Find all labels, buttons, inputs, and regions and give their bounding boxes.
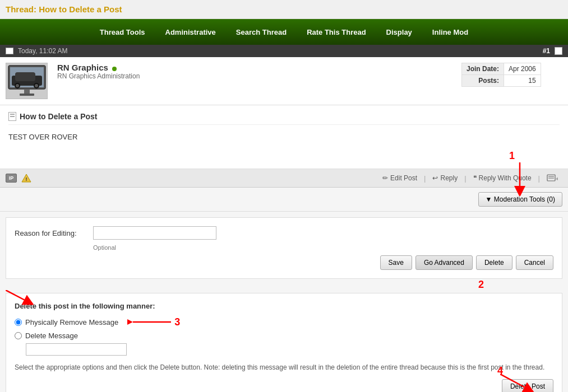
svg-rect-3 xyxy=(15,72,35,81)
post-title-line: How to Delete a Post xyxy=(8,112,560,125)
post-body: TEST OVER ROVER xyxy=(8,129,560,144)
quote-icon: ❝ xyxy=(473,174,477,182)
svg-rect-9 xyxy=(20,94,34,96)
post-number: #1 xyxy=(543,47,550,55)
page-title-prefix: Thread: xyxy=(6,4,36,14)
post-meta-left: Today, 11:02 AM xyxy=(6,47,68,55)
page-wrapper: Thread: How to Delete a Post Thread Tool… xyxy=(0,0,568,392)
separator-2: | xyxy=(464,174,466,183)
post-title: How to Delete a Post xyxy=(20,112,97,121)
delete-note-input[interactable] xyxy=(26,343,127,356)
nav-thread-tools[interactable]: Thread Tools xyxy=(90,20,155,44)
reason-label: Reason for Editing: xyxy=(15,226,87,237)
doc-icon xyxy=(6,48,13,54)
separator-3: | xyxy=(538,174,540,183)
author-avatar-area xyxy=(6,63,50,99)
reason-for-editing-row: Reason for Editing: xyxy=(15,226,553,240)
post-checkbox[interactable] xyxy=(555,47,562,55)
svg-point-7 xyxy=(35,84,38,87)
join-date-value: Apr 2006 xyxy=(504,63,541,75)
svg-rect-8 xyxy=(24,89,30,94)
separator-1: | xyxy=(424,174,426,183)
post-actions-right: ✏ Edit Post | ↩ Reply | ❝ Reply With Quo… xyxy=(378,172,562,184)
go-advanced-button[interactable]: Go Advanced xyxy=(415,255,473,270)
posts-label: Posts: xyxy=(462,75,504,87)
edit-icon: ✏ xyxy=(382,174,388,182)
delete-warning: Select the appropriate options and then … xyxy=(15,362,553,372)
post-actions-bar: IP ! ✏ Edit Post | ↩ Reply | ❝ Reply Wit… xyxy=(0,169,568,188)
annotation-3-area: 3 xyxy=(127,316,180,328)
nav-inline-mod[interactable]: Inline Mod xyxy=(422,20,478,44)
post-title-doc-icon xyxy=(8,112,16,121)
radio-physical-label[interactable]: Physically Remove Message xyxy=(25,318,118,326)
svg-text:+: + xyxy=(556,176,558,182)
annotation-2: 2 xyxy=(478,279,484,291)
svg-text:!: ! xyxy=(26,176,27,182)
radio-soft-row: Delete Message xyxy=(15,332,553,340)
delete-section-title: Delete this post in the following manner… xyxy=(15,302,553,310)
nav-display[interactable]: Display xyxy=(376,20,422,44)
post-meta-bar: Today, 11:02 AM #1 xyxy=(0,45,568,57)
reply-icon: ↩ xyxy=(432,174,438,182)
annotation-2-area: 2 xyxy=(0,279,568,291)
delete-post-btn-row: 4 Delete Post xyxy=(15,379,553,392)
warn-icon[interactable]: ! xyxy=(21,174,31,183)
avatar xyxy=(6,63,48,99)
edit-form-buttons: Save Go Advanced Delete Cancel xyxy=(15,255,553,270)
reason-input[interactable] xyxy=(93,226,216,240)
join-date-label: Join Date: xyxy=(462,63,504,75)
annotation-3: 3 xyxy=(174,316,180,328)
post-actions-left: IP ! xyxy=(6,174,31,183)
online-indicator xyxy=(112,67,117,71)
svg-line-17 xyxy=(6,290,29,302)
nav-administrative[interactable]: Administrative xyxy=(155,20,226,44)
annotation-4-area: 4 xyxy=(497,365,503,377)
annotation-1-area: 1 xyxy=(8,150,560,162)
post-content: How to Delete a Post TEST OVER ROVER 1 xyxy=(0,105,568,169)
cancel-button[interactable]: Cancel xyxy=(516,255,553,270)
delete-section: Delete this post in the following manner… xyxy=(6,293,562,392)
posts-value: 15 xyxy=(504,75,541,87)
author-stats: Join Date: Apr 2006 Posts: 15 xyxy=(461,63,562,99)
radio-soft-label[interactable]: Delete Message xyxy=(25,332,78,340)
radio-physical-row: Physically Remove Message 3 xyxy=(15,316,553,328)
author-info: RN Graphics RN Graphics Administration xyxy=(57,63,455,99)
ip-icon[interactable]: IP xyxy=(6,174,17,183)
author-name: RN Graphics xyxy=(57,63,455,72)
page-title-bar: Thread: How to Delete a Post xyxy=(0,0,568,19)
nav-bar: Thread Tools Administrative Search Threa… xyxy=(0,19,568,45)
page-title-main: How to Delete a Post xyxy=(39,4,122,14)
edit-post-link[interactable]: ✏ Edit Post xyxy=(378,172,422,184)
svg-point-5 xyxy=(16,84,19,87)
annotation-1: 1 xyxy=(509,150,515,162)
radio-physical[interactable] xyxy=(15,319,22,326)
save-button[interactable]: Save xyxy=(380,255,412,270)
radio-soft[interactable] xyxy=(15,332,22,339)
mod-tools-bar: ▼ Moderation Tools (0) xyxy=(0,188,568,212)
edit-form: Reason for Editing: Optional Save Go Adv… xyxy=(6,217,562,279)
optional-label: Optional xyxy=(93,244,553,251)
nav-search-thread[interactable]: Search Thread xyxy=(226,20,297,44)
post-timestamp: Today, 11:02 AM xyxy=(18,47,68,55)
delete-button[interactable]: Delete xyxy=(476,255,512,270)
nav-rate-thread[interactable]: Rate This Thread xyxy=(297,20,376,44)
author-section: RN Graphics RN Graphics Administration J… xyxy=(0,57,568,105)
reply-link[interactable]: ↩ Reply xyxy=(428,172,462,184)
author-role: RN Graphics Administration xyxy=(57,72,455,80)
post-meta-right: #1 xyxy=(543,47,562,55)
svg-line-19 xyxy=(500,374,529,390)
multi-quote-link[interactable]: + xyxy=(542,172,562,184)
